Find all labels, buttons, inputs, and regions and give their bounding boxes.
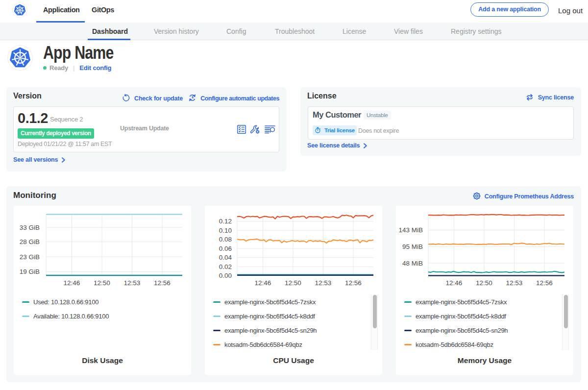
svg-text:0.06: 0.06 — [219, 245, 232, 252]
svg-text:28 GiB: 28 GiB — [20, 238, 40, 245]
svg-text:12:50: 12:50 — [94, 279, 110, 287]
svg-text:33 GiB: 33 GiB — [20, 224, 40, 231]
svg-text:19 GiB: 19 GiB — [20, 268, 40, 275]
svg-text:12:56: 12:56 — [154, 279, 171, 287]
svg-text:0.12: 0.12 — [219, 218, 232, 225]
svg-text:143 MiB: 143 MiB — [398, 226, 423, 234]
svg-text:12:46: 12:46 — [64, 279, 80, 287]
svg-text:23 GiB: 23 GiB — [20, 253, 40, 261]
svg-text:95 MiB: 95 MiB — [402, 243, 423, 250]
svg-text:0.08: 0.08 — [219, 236, 232, 243]
svg-text:0.02: 0.02 — [219, 263, 232, 270]
svg-text:12:56: 12:56 — [536, 279, 553, 287]
svg-text:0.04: 0.04 — [219, 254, 232, 261]
svg-text:12:50: 12:50 — [476, 279, 492, 287]
svg-text:0.00: 0.00 — [219, 272, 232, 279]
svg-text:12:46: 12:46 — [255, 279, 271, 287]
svg-text:12:56: 12:56 — [345, 279, 362, 287]
svg-text:12:50: 12:50 — [285, 279, 301, 287]
svg-text:12:46: 12:46 — [446, 279, 463, 287]
svg-text:48 MiB: 48 MiB — [402, 260, 423, 267]
svg-text:12:53: 12:53 — [315, 279, 332, 287]
svg-text:0.10: 0.10 — [219, 227, 232, 234]
svg-text:12:53: 12:53 — [124, 279, 141, 287]
svg-text:12:53: 12:53 — [506, 279, 523, 287]
